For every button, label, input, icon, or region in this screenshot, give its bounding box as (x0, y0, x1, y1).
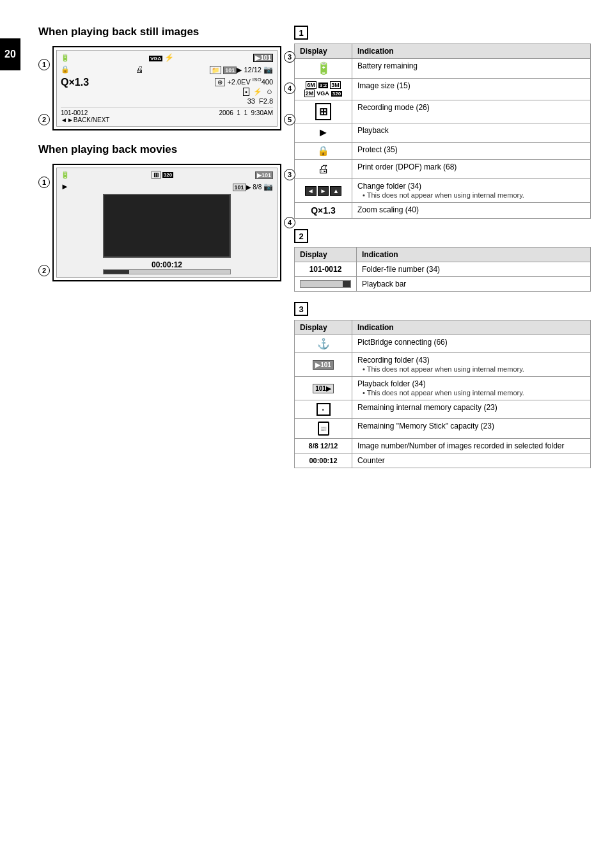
movie-pb-folder-diag: 101▶ 8/8 📷 (233, 182, 274, 191)
movies-section: When playing back movies 1 2 3 4 🔋 ⊞ 320 (38, 143, 281, 281)
table-row: Q×1.3 Zoom scaling (40) (295, 203, 591, 219)
display-cell: ⊞ (295, 100, 352, 123)
movie-callout-4: 4 (284, 217, 295, 228)
display-cell: 🔋 (295, 59, 352, 79)
indication-cell: Recording mode (26) (352, 100, 591, 123)
still-image-diagram: 1 2 3 4 5 🔋 VGA ⚡ (52, 46, 281, 130)
table-row: 101▶ Playback folder (34) • This does no… (295, 377, 591, 400)
movie-battery-diag: 🔋 (61, 171, 70, 179)
section1-number: 1 (294, 26, 308, 40)
movie-progress-fill (104, 270, 129, 274)
movie-time-diag: 00:00:12 (61, 260, 273, 269)
movie-callout-2: 2 (38, 265, 50, 276)
section2-block: 2 Display Indication 101-0012 Folder-fil… (294, 229, 591, 292)
display-cell: 101-0012 (295, 262, 357, 277)
table-row: ► Playback (295, 123, 591, 143)
movies-heading: When playing back movies (38, 143, 281, 156)
display-cell: 📰 (295, 419, 352, 439)
callout-3: 3 (284, 51, 295, 63)
still-images-heading: When playing back still images (38, 26, 281, 38)
indication-cell: Zoom scaling (40) (352, 203, 591, 219)
movie-screen (103, 194, 231, 258)
indication-cell: Recording folder (43) • This does not ap… (352, 353, 591, 377)
display-cell: Q×1.3 (295, 203, 352, 219)
section2-number: 2 (294, 229, 308, 243)
movie-progress-bar (103, 269, 231, 274)
indication-cell: Print order (DPOF) mark (68) (352, 160, 591, 179)
indication-cell: Change folder (34) • This does not appea… (352, 179, 591, 203)
right-column: 1 Display Indication 🔋 Battery remaining (294, 26, 591, 842)
display-cell: ⚓ (295, 335, 352, 353)
section3-col-indication: Indication (352, 320, 591, 335)
indication-cell: Image number/Number of images recorded i… (352, 439, 591, 454)
callout-4: 4 (284, 83, 295, 94)
print-icon: 🖨 (318, 162, 329, 175)
section1-col-indication: Indication (352, 44, 591, 59)
indication-cell: Image size (15) (352, 79, 591, 100)
table-row: Playback bar (295, 277, 591, 292)
table-row: 8/8 12/12 Image number/Number of images … (295, 439, 591, 454)
section2-col-display: Display (295, 248, 357, 262)
section1-col-display: Display (295, 44, 352, 59)
rec-mode-icon: ⊞ (315, 103, 331, 120)
pictbridge-icon: ⚓ (317, 338, 330, 349)
display-cell: 🖨 (295, 160, 352, 179)
table-row: 00:00:12 Counter (295, 454, 591, 468)
movie-diagram-inner: 🔋 ⊞ 320 ▶101 ► (56, 168, 278, 278)
folder-icons: ◄ ► ▲ (305, 186, 342, 196)
diagram-footer: 101-0012 ◄►BACK/NEXT 2006 1 1 9:30AM (61, 107, 273, 123)
section3-table: Display Indication ⚓ PictBridge connecti… (294, 320, 591, 468)
pb-folder-icon: 101▶ (313, 384, 334, 393)
indication-cell: Remaining internal memory capacity (23) (352, 400, 591, 419)
indication-cell: Playback folder (34) • This does not app… (352, 377, 591, 400)
movie-folder-diag: ▶101 (255, 171, 273, 178)
movie-callout-1: 1 (38, 177, 50, 188)
still-diagram-content: 🔋 VGA ⚡ ▶101 🔒 🖨 📁 (56, 50, 278, 127)
section1-table: Display Indication 🔋 Battery remaining (294, 43, 591, 219)
ev-iso-diag: ⊕ +2.0EV ISO400 (215, 77, 273, 86)
callout-2: 2 (38, 114, 50, 125)
indication-cell: PictBridge connecting (66) (352, 335, 591, 353)
rec-folder-icon: ▶101 (313, 360, 334, 370)
protect-icon: 🔒 (317, 145, 329, 156)
section1-block: 1 Display Indication 🔋 Battery remaining (294, 26, 591, 219)
section2-table: Display Indication 101-0012 Folder-file … (294, 247, 591, 292)
section2-col-indication: Indication (357, 248, 591, 262)
indication-cell: Battery remaining (352, 59, 591, 79)
zoom-diag: Q×1.3 (61, 77, 89, 88)
movie-rec-icons-diag: ⊞ 320 (152, 171, 173, 179)
movie-diagram: 1 2 3 4 🔋 ⊞ 320 ▶101 (52, 164, 281, 281)
display-cell: ► (295, 123, 352, 143)
still-diagram-box: 🔋 VGA ⚡ ▶101 🔒 🖨 📁 (52, 46, 281, 130)
lock-diag: 🔒 (61, 65, 70, 74)
indication-cell: Playback (352, 123, 591, 143)
battery-icon: 🔋 (317, 62, 331, 75)
table-row: 🖨 Print order (DPOF) mark (68) (295, 160, 591, 179)
display-cell: 00:00:12 (295, 454, 352, 468)
movie-diagram-box: 🔋 ⊞ 320 ▶101 ► (52, 164, 281, 281)
section3-number: 3 (294, 302, 308, 316)
table-row: 🔒 Protect (35) (295, 143, 591, 160)
movie-play-icon-diag: ► (61, 182, 69, 191)
table-row: 6M 3:2 3M 2M VGA 320 (295, 79, 591, 100)
callout-5: 5 (284, 114, 295, 125)
table-row: ▪ Remaining internal memory capacity (23… (295, 400, 591, 419)
indication-cell: Remaining "Memory Stick" capacity (23) (352, 419, 591, 439)
display-cell: ◄ ► ▲ (295, 179, 352, 203)
play-icon: ► (318, 126, 329, 139)
indication-cell: Folder-file number (34) (357, 262, 591, 277)
indication-cell: Playback bar (357, 277, 591, 292)
display-cell: ▪ (295, 400, 352, 419)
callout-1: 1 (38, 59, 50, 70)
section3-block: 3 Display Indication ⚓ PictBridge connec… (294, 302, 591, 468)
flash-aperture-diag: ▪ ⚡ ☺ (215, 88, 273, 96)
display-cell: 🔒 (295, 143, 352, 160)
folder-count-diag: 📁 101▶ 12/12 📷 (210, 65, 273, 74)
table-row: 101-0012 Folder-file number (34) (295, 262, 591, 277)
indication-cell: Counter (352, 454, 591, 468)
shutter-aperture-diag: 33 F2.8 (215, 97, 273, 105)
section3-col-display: Display (295, 320, 352, 335)
battery-icon-diag: 🔋 (61, 54, 70, 62)
table-row: ⚓ PictBridge connecting (66) (295, 335, 591, 353)
movie-callout-3: 3 (284, 169, 295, 180)
